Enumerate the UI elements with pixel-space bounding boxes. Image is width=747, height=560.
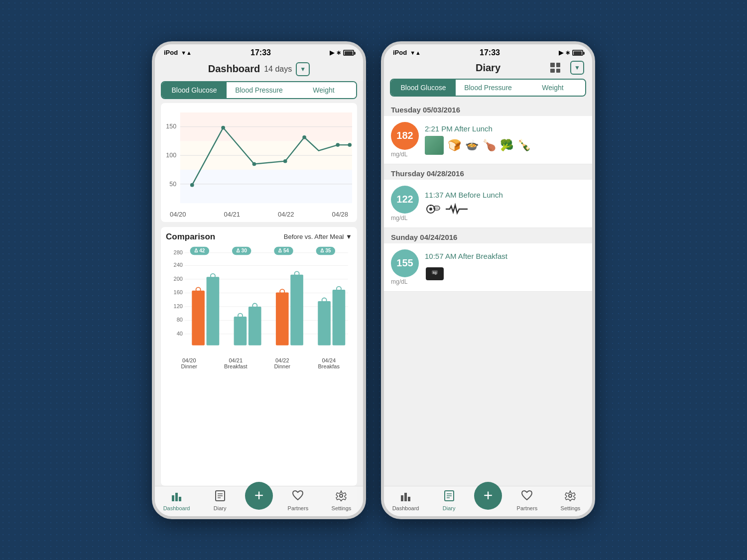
bluetooth-icon-2: ∗ [565,49,570,56]
nav-add-1[interactable]: + [242,492,276,510]
segment-weight-2[interactable]: Weight [520,80,585,96]
svg-rect-32 [207,277,220,345]
line-chart-svg: 150 100 50 [166,108,352,208]
svg-rect-50 [333,290,346,345]
svg-point-10 [221,125,225,129]
glucose-badge-1: 182 [391,122,419,150]
svg-text:Δ 54: Δ 54 [278,247,289,253]
dashboard-days: 14 days [264,65,292,74]
nav-partners-label-1: Partners [288,505,309,511]
svg-text:100: 100 [166,152,176,159]
entry-badge-col-1: 182 mg/dL [391,122,419,158]
days-dropdown[interactable]: ▼ [296,62,310,76]
chicken-icon: 🍗 [483,139,496,152]
svg-rect-36 [234,317,247,345]
diary-icon-1 [215,490,226,504]
comparison-area: Comparison Before vs. After Meal ▼ 280 2… [161,227,357,486]
comparison-title: Comparison [166,232,215,242]
add-button-1[interactable]: + [245,482,273,510]
segment-control-2: Blood Glucose Blood Pressure Weight [390,79,586,97]
wifi-icon-2: ▼▲ [410,50,421,56]
svg-text:280: 280 [174,249,183,255]
segment-blood-pressure-2[interactable]: Blood Pressure [456,80,520,96]
nav-diary-label-2: Diary [443,505,456,511]
diary-header-icons: ▼ [548,61,584,75]
svg-text:200: 200 [174,275,183,281]
blood-pressure-icon [425,202,441,216]
svg-point-12 [283,159,287,163]
broccoli-icon: 🥦 [500,139,513,152]
heart-icon-1 [292,490,304,504]
nav-partners-1[interactable]: Partners [276,490,320,511]
svg-rect-56 [179,497,181,501]
diary-date-1: Tuesday 05/03/2016 [384,101,592,116]
nav-dashboard-1[interactable]: Dashboard [155,490,198,511]
nav-diary-2[interactable]: Diary [427,490,471,511]
status-left-1: iPod ▼▲ [164,49,192,56]
food-image-1 [425,136,444,155]
dashboard-title: Dashboard [208,63,260,75]
battery-icon-1 [343,50,354,56]
time-1: 17:33 [250,48,271,57]
status-right-2: ▶ ∗ [559,49,583,56]
svg-text:kg: kg [433,271,437,275]
diary-entry-2: 122 mg/dL 11:37 AM Before Lunch [384,180,592,228]
phone-dashboard: iPod ▼▲ 17:33 ▶ ∗ Dashboard 14 days ▼ Bl… [152,41,366,519]
bar-chart-container: 280 240 200 160 120 80 40 [166,246,352,477]
svg-rect-70 [401,495,403,501]
carrier-2: iPod [393,49,407,56]
diary-entry-3: 155 mg/dL 10:57 AM After Breakfast kg [384,243,592,292]
entry-right-2: 11:37 AM Before Lunch [425,191,585,216]
add-button-2[interactable]: + [474,482,502,510]
x-label-2: 04/21 [224,211,240,218]
status-right-1: ▶ ∗ [330,49,354,56]
nav-diary-1[interactable]: Diary [198,490,242,511]
nav-settings-2[interactable]: Settings [549,490,592,511]
nav-partners-2[interactable]: Partners [505,490,549,511]
diary-icon-2 [444,490,455,504]
nav-settings-label-1: Settings [332,505,352,511]
comparison-selector[interactable]: Before vs. After Meal ▼ [284,233,352,240]
status-bar-1: iPod ▼▲ 17:33 ▶ ∗ [155,44,363,59]
bar-chart-icon-1 [171,490,183,504]
phones-container: iPod ▼▲ 17:33 ▶ ∗ Dashboard 14 days ▼ Bl… [152,41,595,519]
segment-weight-1[interactable]: Weight [291,82,356,98]
x-label-3: 04/22 [278,211,294,218]
diary-dropdown[interactable]: ▼ [570,61,584,75]
svg-text:240: 240 [174,262,183,268]
svg-text:120: 120 [174,303,183,309]
diary-header: Diary ▼ [384,59,592,79]
svg-rect-54 [172,495,174,501]
nav-diary-label-1: Diary [214,505,227,511]
segment-blood-glucose-2[interactable]: Blood Glucose [391,80,456,96]
nav-dashboard-label-1: Dashboard [163,505,190,511]
svg-point-61 [340,494,343,497]
entry-time-3: 10:57 AM After Breakfast [425,252,585,260]
hot-food-icon: 🍲 [465,139,479,152]
entry-icons-2 [425,202,585,216]
nav-add-2[interactable]: + [471,492,505,510]
svg-rect-44 [290,274,303,345]
dashboard-header: Dashboard 14 days ▼ [155,59,363,81]
segment-blood-pressure-1[interactable]: Blood Pressure [227,82,291,98]
nav-partners-label-2: Partners [517,505,538,511]
bottom-nav-2: Dashboard Diary + Partners [384,486,592,516]
heart-icon-2 [521,490,533,504]
segment-blood-glucose-1[interactable]: Blood Glucose [162,82,227,98]
bar-x-1: 04/20Dinner [166,357,213,369]
scale-icon: kg [425,263,445,282]
diary-date-3: Sunday 04/24/2016 [384,228,592,243]
x-label-4: 04/28 [332,211,348,218]
svg-rect-48 [318,301,331,345]
svg-text:150: 150 [166,123,176,130]
comparison-header: Comparison Before vs. After Meal ▼ [166,232,352,242]
svg-point-15 [348,143,352,147]
nav-dashboard-2[interactable]: Dashboard [384,490,427,511]
nav-settings-1[interactable]: Settings [320,490,363,511]
bluetooth-icon-1: ∗ [336,49,341,56]
svg-text:40: 40 [177,330,183,336]
line-chart-area: 150 100 50 04/20 04/21 04/22 04/28 [161,103,357,222]
time-2: 17:33 [480,48,500,57]
location-icon-2: ▶ [559,49,563,56]
grid-view-icon[interactable] [548,61,562,75]
